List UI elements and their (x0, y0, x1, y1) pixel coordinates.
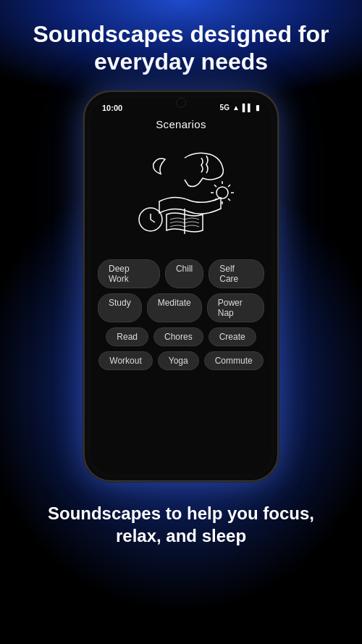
tag-read[interactable]: Read (106, 327, 148, 346)
tag-chores[interactable]: Chores (153, 327, 203, 346)
tag-chill[interactable]: Chill (165, 259, 203, 288)
svg-point-0 (216, 187, 228, 198)
camera-notch (176, 98, 186, 108)
page-title: Soundscapes designed for everyday needs (0, 0, 362, 91)
tag-yoga[interactable]: Yoga (158, 351, 199, 370)
illustration (116, 136, 246, 252)
tag-power-nap[interactable]: Power Nap (207, 293, 264, 322)
phone-mockup: 10:00 5G ▲ ▌▌ ▮ Scenarios (0, 91, 362, 482)
status-time: 10:00 (102, 104, 122, 112)
tag-row-4: Workout Yoga Commute (98, 351, 263, 370)
tag-deep-work[interactable]: Deep Work (98, 259, 160, 288)
tag-commute[interactable]: Commute (204, 351, 264, 370)
tag-row-2: Study Meditate Power Nap (98, 293, 264, 322)
tag-row-1: Deep Work Chill Self Care (98, 259, 264, 288)
tag-meditate[interactable]: Meditate (147, 293, 202, 322)
svg-line-5 (214, 185, 216, 187)
wifi-icon: ▲ (232, 104, 240, 112)
phone-frame: 10:00 5G ▲ ▌▌ ▮ Scenarios (83, 91, 279, 482)
tags-container: Deep Work Chill Self Care Study Meditate… (98, 259, 264, 370)
tag-workout[interactable]: Workout (98, 351, 152, 370)
screen-title: Scenarios (156, 118, 206, 130)
status-icons: 5G ▲ ▌▌ ▮ (220, 104, 260, 112)
svg-line-6 (228, 198, 230, 201)
phone-screen: 10:00 5G ▲ ▌▌ ▮ Scenarios (90, 98, 272, 474)
tag-self-care[interactable]: Self Care (209, 259, 264, 288)
svg-line-11 (151, 219, 155, 222)
tag-create[interactable]: Create (209, 327, 256, 346)
tag-study[interactable]: Study (98, 293, 142, 322)
signal-text: 5G (220, 104, 230, 112)
screen-content: Scenarios (90, 115, 272, 474)
tag-row-3: Read Chores Create (106, 327, 256, 346)
svg-line-7 (228, 185, 230, 187)
battery-icon: ▮ (256, 104, 260, 112)
bottom-tagline: Soundscapes to help you focus, relax, an… (0, 482, 362, 561)
signal-bars-icon: ▌▌ (243, 104, 253, 112)
